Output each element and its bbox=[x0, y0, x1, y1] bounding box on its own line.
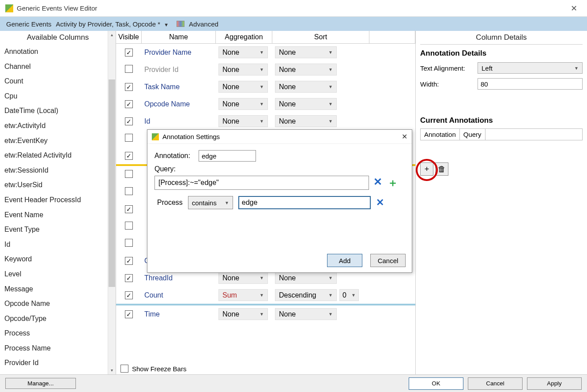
visible-checkbox[interactable]: ✓ bbox=[125, 83, 133, 91]
sort-select[interactable]: None▼ bbox=[275, 308, 337, 320]
annotation-input[interactable] bbox=[199, 150, 256, 162]
scrollbar[interactable]: ▴ ▾ bbox=[108, 31, 116, 374]
visible-checkbox[interactable] bbox=[125, 222, 133, 230]
aggregation-select[interactable]: None▼ bbox=[218, 272, 268, 284]
aggregation-select[interactable]: None▼ bbox=[218, 308, 268, 320]
visible-checkbox[interactable]: ✓ bbox=[125, 291, 133, 299]
available-column-item[interactable]: etw:SessionId bbox=[0, 163, 116, 178]
scroll-thumb[interactable] bbox=[109, 79, 115, 287]
sort-select[interactable]: None▼ bbox=[275, 81, 337, 93]
available-column-item[interactable]: Opcode/Type bbox=[0, 311, 116, 326]
remove-clause-icon[interactable]: ✕ bbox=[376, 197, 384, 208]
add-annotation-button[interactable]: + bbox=[420, 162, 433, 176]
available-column-item[interactable]: etw:EventKey bbox=[0, 133, 116, 148]
close-icon[interactable]: ✕ bbox=[566, 2, 582, 15]
available-column-item[interactable]: Count bbox=[0, 74, 116, 89]
scroll-up-icon[interactable]: ▴ bbox=[108, 31, 116, 39]
column-row[interactable]: Provider IdNone▼None▼ bbox=[116, 61, 415, 78]
aggregation-select[interactable]: None▼ bbox=[218, 115, 268, 127]
dialog-add-button[interactable]: Add bbox=[327, 254, 362, 267]
query-input[interactable]: [Process]:~="edge" bbox=[154, 176, 369, 190]
column-name[interactable]: ThreadId bbox=[144, 274, 173, 282]
width-input[interactable] bbox=[478, 78, 583, 90]
scroll-down-icon[interactable]: ▾ bbox=[108, 366, 116, 374]
dialog-close-icon[interactable]: ✕ bbox=[402, 132, 407, 141]
dialog-cancel-button[interactable]: Cancel bbox=[370, 254, 406, 267]
column-row[interactable]: ✓Provider NameNone▼None▼ bbox=[116, 44, 415, 61]
available-column-item[interactable]: Event Header ProcessId bbox=[0, 192, 116, 207]
delete-annotation-button[interactable]: 🗑 bbox=[435, 162, 448, 176]
aggregation-select[interactable]: None▼ bbox=[218, 81, 268, 93]
column-name[interactable]: Count bbox=[144, 291, 163, 299]
available-column-item[interactable]: Cpu bbox=[0, 89, 116, 104]
available-column-item[interactable]: Event Name bbox=[0, 207, 116, 222]
sort-select[interactable]: None▼ bbox=[275, 115, 337, 127]
ok-button[interactable]: OK bbox=[409, 377, 463, 390]
available-column-item[interactable]: Message bbox=[0, 282, 116, 297]
visible-checkbox[interactable]: ✓ bbox=[125, 310, 133, 318]
available-column-item[interactable]: Id bbox=[0, 237, 116, 252]
manage-button[interactable]: Manage... bbox=[5, 378, 76, 389]
available-column-item[interactable]: etw:Related ActivityId bbox=[0, 148, 116, 163]
sort-select[interactable]: None▼ bbox=[275, 64, 337, 75]
available-column-item[interactable]: Process Name bbox=[0, 341, 116, 356]
available-column-item[interactable]: Process bbox=[0, 326, 116, 341]
aggregation-select[interactable]: Sum▼ bbox=[218, 289, 268, 301]
clause-value-input[interactable] bbox=[238, 196, 371, 209]
available-column-item[interactable]: Keyword bbox=[0, 252, 116, 267]
sort-select[interactable]: Descending▼ bbox=[275, 289, 337, 301]
apply-button[interactable]: Apply bbox=[527, 377, 582, 390]
available-columns-list[interactable]: AnnotationChannelCountCpuDateTime (Local… bbox=[0, 44, 116, 374]
clear-query-icon[interactable]: ✕ bbox=[373, 176, 382, 190]
visible-checkbox[interactable] bbox=[125, 187, 133, 195]
column-name[interactable]: Opcode Name bbox=[144, 100, 190, 108]
visible-checkbox[interactable] bbox=[125, 170, 133, 178]
preset-dropdown[interactable]: Activity by Provider, Task, Opcode * ▼ bbox=[56, 20, 169, 28]
available-column-item[interactable]: Event Type bbox=[0, 222, 116, 237]
column-row[interactable]: ✓Task NameNone▼None▼ bbox=[116, 78, 415, 95]
column-row[interactable]: ✓Opcode NameNone▼None▼ bbox=[116, 95, 415, 113]
aggregation-select[interactable]: None▼ bbox=[218, 46, 268, 58]
available-column-item[interactable]: Provider Name bbox=[0, 370, 116, 374]
aggregation-select[interactable]: None▼ bbox=[218, 98, 268, 110]
visible-checkbox[interactable]: ✓ bbox=[125, 274, 133, 282]
visible-checkbox[interactable] bbox=[125, 65, 133, 73]
visible-checkbox[interactable]: ✓ bbox=[125, 117, 133, 125]
sort-select[interactable]: None▼ bbox=[275, 272, 337, 284]
available-column-item[interactable]: etw:ActivityId bbox=[0, 118, 116, 133]
available-column-item[interactable]: etw:UserSid bbox=[0, 177, 116, 192]
visible-checkbox[interactable]: ✓ bbox=[125, 257, 133, 265]
dialog-body: Annotation: Query: [Process]:~="edge" ✕ … bbox=[147, 144, 412, 213]
visible-checkbox[interactable]: ✓ bbox=[125, 205, 133, 213]
available-column-item[interactable]: Provider Id bbox=[0, 355, 116, 370]
column-row[interactable]: ✓TimeNone▼None▼ bbox=[116, 305, 415, 323]
sort-select[interactable]: None▼ bbox=[275, 98, 337, 110]
visible-checkbox[interactable]: ✓ bbox=[125, 152, 133, 160]
freeze-bars-checkbox[interactable] bbox=[120, 365, 128, 373]
available-column-item[interactable]: Level bbox=[0, 267, 116, 282]
visible-checkbox[interactable] bbox=[125, 134, 133, 142]
menu-generic-events[interactable]: Generic Events bbox=[4, 19, 54, 29]
visible-checkbox[interactable] bbox=[125, 239, 133, 247]
cancel-button[interactable]: Cancel bbox=[468, 377, 523, 390]
text-alignment-select[interactable]: Left▼ bbox=[478, 62, 583, 74]
column-name[interactable]: Provider Id bbox=[144, 66, 178, 73]
aggregation-select[interactable]: None▼ bbox=[218, 64, 268, 75]
column-name[interactable]: Task Name bbox=[144, 83, 180, 90]
available-column-item[interactable]: Channel bbox=[0, 59, 116, 74]
available-column-item[interactable]: DateTime (Local) bbox=[0, 103, 116, 118]
add-clause-icon[interactable]: ＋ bbox=[388, 176, 398, 190]
visible-checkbox[interactable]: ✓ bbox=[125, 49, 133, 57]
column-row[interactable]: ✓CountSum▼Descending▼0▼ bbox=[116, 286, 415, 304]
column-name[interactable]: Provider Name bbox=[144, 49, 192, 56]
column-row[interactable]: ✓IdNone▼None▼ bbox=[116, 113, 415, 130]
column-name[interactable]: Time bbox=[144, 310, 160, 318]
sort-priority-select[interactable]: 0▼ bbox=[339, 289, 359, 301]
available-column-item[interactable]: Annotation bbox=[0, 44, 116, 59]
visible-checkbox[interactable]: ✓ bbox=[125, 100, 133, 108]
menu-advanced[interactable]: Advanced bbox=[189, 20, 218, 28]
column-name[interactable]: Id bbox=[144, 117, 150, 125]
available-column-item[interactable]: Opcode Name bbox=[0, 296, 116, 311]
clause-operator-select[interactable]: contains▼ bbox=[188, 196, 233, 209]
sort-select[interactable]: None▼ bbox=[275, 46, 337, 58]
